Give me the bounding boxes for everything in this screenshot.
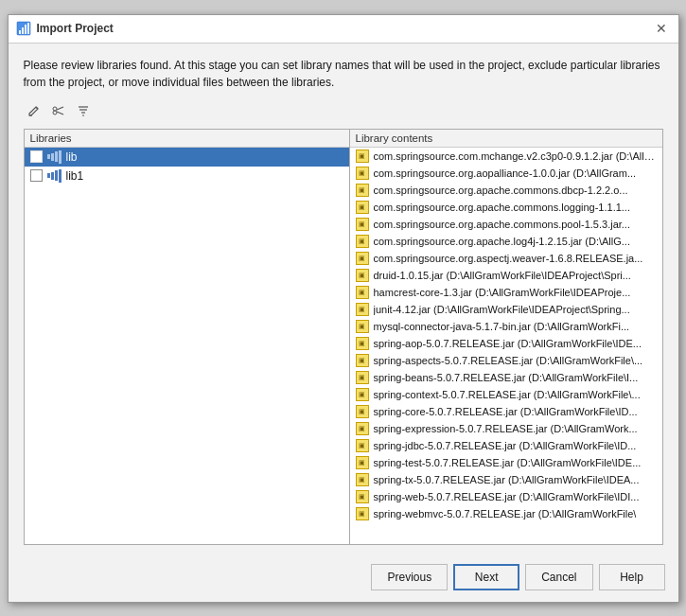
- contents-header: Library contents: [350, 130, 662, 148]
- jar-item[interactable]: ▣com.springsource.org.apache.commons.dbc…: [350, 182, 662, 199]
- dialog-title: Import Project: [37, 22, 652, 35]
- panels: Libraries ✓ lib: [24, 129, 663, 545]
- jar-icon: ▣: [356, 184, 369, 197]
- jar-icon: ▣: [356, 303, 369, 316]
- jar-item[interactable]: ▣com.springsource.org.aopalliance-1.0.0.…: [350, 165, 662, 182]
- jar-item[interactable]: ▣druid-1.0.15.jar (D:\AllGramWorkFile\ID…: [350, 267, 662, 284]
- jar-name: hamcrest-core-1.3.jar (D:\AllGramWorkFil…: [374, 287, 631, 298]
- jar-icon: ▣: [356, 388, 369, 401]
- remove-library-button[interactable]: [48, 100, 69, 121]
- previous-button[interactable]: Previous: [371, 564, 448, 590]
- bar-chart-icon-lib1: [47, 169, 62, 183]
- jar-icon: ▣: [356, 235, 369, 248]
- jar-name: com.springsource.org.apache.commons.dbcp…: [374, 185, 628, 196]
- jar-icon: ▣: [356, 456, 369, 469]
- contents-panel: Library contents ▣com.springsource.com.m…: [350, 129, 663, 545]
- svg-point-7: [53, 111, 57, 114]
- jar-item[interactable]: ▣com.springsource.org.apache.log4j-1.2.1…: [350, 233, 662, 250]
- help-button[interactable]: Help: [599, 564, 665, 590]
- jar-item[interactable]: ▣spring-test-5.0.7.RELEASE.jar (D:\AllGr…: [350, 454, 662, 471]
- jar-item[interactable]: ▣spring-expression-5.0.7.RELEASE.jar (D:…: [350, 420, 662, 437]
- jar-name: spring-aspects-5.0.7.RELEASE.jar (D:\All…: [374, 355, 643, 366]
- jar-name: com.springsource.org.apache.commons.logg…: [374, 202, 630, 213]
- jar-item[interactable]: ▣spring-aspects-5.0.7.RELEASE.jar (D:\Al…: [350, 352, 662, 369]
- jar-name: spring-core-5.0.7.RELEASE.jar (D:\AllGra…: [374, 406, 638, 417]
- jar-name: spring-context-5.0.7.RELEASE.jar (D:\All…: [374, 389, 641, 400]
- jar-item[interactable]: ▣junit-4.12.jar (D:\AllGramWorkFile\IDEA…: [350, 301, 662, 318]
- jar-icon: ▣: [356, 422, 369, 435]
- lib-checkbox[interactable]: ✓: [30, 150, 43, 163]
- jar-icon: ▣: [356, 269, 369, 282]
- jar-icon: ▣: [356, 286, 369, 299]
- svg-rect-4: [27, 23, 29, 34]
- libraries-panel: Libraries ✓ lib: [24, 129, 350, 545]
- svg-rect-3: [25, 25, 26, 34]
- jar-item[interactable]: ▣spring-web-5.0.7.RELEASE.jar (D:\AllGra…: [350, 488, 662, 505]
- jar-icon: ▣: [356, 320, 369, 333]
- jar-icon: ▣: [356, 405, 369, 418]
- jar-name: spring-beans-5.0.7.RELEASE.jar (D:\AllGr…: [374, 372, 639, 383]
- title-bar: Import Project ✕: [9, 15, 678, 44]
- jar-name: com.springsource.org.aopalliance-1.0.0.j…: [374, 167, 637, 179]
- lib1-checkbox[interactable]: [30, 169, 43, 182]
- jar-name: com.springsource.org.aspectj.weaver-1.6.…: [374, 253, 643, 264]
- svg-rect-1: [19, 30, 21, 34]
- close-button[interactable]: ✕: [652, 19, 671, 38]
- bar-chart-icon: [47, 150, 62, 164]
- jar-name: junit-4.12.jar (D:\AllGramWorkFile\IDEAP…: [374, 304, 630, 315]
- filter-icon: [77, 104, 90, 117]
- jar-item[interactable]: ▣spring-webmvc-5.0.7.RELEASE.jar (D:\All…: [350, 505, 662, 522]
- jar-name: spring-expression-5.0.7.RELEASE.jar (D:\…: [374, 423, 638, 434]
- jar-item[interactable]: ▣spring-tx-5.0.7.RELEASE.jar (D:\AllGram…: [350, 471, 662, 488]
- next-button[interactable]: Next: [453, 564, 519, 590]
- jar-item[interactable]: ▣spring-context-5.0.7.RELEASE.jar (D:\Al…: [350, 386, 662, 403]
- jar-icon: ▣: [356, 150, 369, 163]
- jar-item[interactable]: ▣spring-aop-5.0.7.RELEASE.jar (D:\AllGra…: [350, 335, 662, 352]
- jar-item[interactable]: ▣com.springsource.org.apache.commons.poo…: [350, 216, 662, 233]
- library-item-lib1[interactable]: lib1: [25, 167, 349, 185]
- jar-icon: ▣: [356, 507, 369, 520]
- edit-library-button[interactable]: [24, 100, 44, 121]
- jar-name: spring-webmvc-5.0.7.RELEASE.jar (D:\AllG…: [374, 508, 637, 519]
- jar-item[interactable]: ▣com.springsource.org.aspectj.weaver-1.6…: [350, 250, 662, 267]
- description-text: Please review libraries found. At this s…: [24, 57, 663, 91]
- jar-item[interactable]: ▣spring-jdbc-5.0.7.RELEASE.jar (D:\AllGr…: [350, 437, 662, 454]
- jar-icon: ▣: [356, 201, 369, 214]
- jar-name: spring-aop-5.0.7.RELEASE.jar (D:\AllGram…: [374, 338, 642, 349]
- jar-name: druid-1.0.15.jar (D:\AllGramWorkFile\IDE…: [374, 270, 631, 281]
- libraries-header: Libraries: [25, 130, 349, 148]
- jar-name: spring-test-5.0.7.RELEASE.jar (D:\AllGra…: [374, 457, 642, 468]
- lib1-name: lib1: [66, 169, 84, 183]
- jar-icon: ▣: [356, 439, 369, 452]
- pencil-icon: [27, 104, 41, 117]
- contents-list: ▣com.springsource.com.mchange.v2.c3p0-0.…: [350, 148, 662, 544]
- jar-icon: ▣: [356, 167, 369, 180]
- dialog-body: Please review libraries found. At this s…: [9, 44, 678, 554]
- jar-item[interactable]: ▣hamcrest-core-1.3.jar (D:\AllGramWorkFi…: [350, 284, 662, 301]
- jar-name: mysql-connector-java-5.1.7-bin.jar (D:\A…: [374, 321, 630, 332]
- jar-item[interactable]: ▣com.springsource.com.mchange.v2.c3p0-0.…: [350, 148, 662, 165]
- toolbar: [24, 100, 663, 121]
- jar-icon: ▣: [356, 337, 369, 350]
- jar-item[interactable]: ▣com.springsource.org.apache.commons.log…: [350, 199, 662, 216]
- jar-icon: ▣: [356, 490, 369, 503]
- jar-name: spring-web-5.0.7.RELEASE.jar (D:\AllGram…: [374, 491, 640, 502]
- scissors-icon: [52, 104, 65, 117]
- jar-item[interactable]: ▣spring-beans-5.0.7.RELEASE.jar (D:\AllG…: [350, 369, 662, 386]
- dialog-footer: Previous Next Cancel Help: [9, 554, 678, 602]
- jar-item[interactable]: ▣mysql-connector-java-5.1.7-bin.jar (D:\…: [350, 318, 662, 335]
- jar-name: spring-jdbc-5.0.7.RELEASE.jar (D:\AllGra…: [374, 440, 637, 451]
- lib-name: lib: [66, 150, 78, 164]
- library-item-lib[interactable]: ✓ lib: [25, 148, 349, 167]
- jar-name: com.springsource.org.apache.log4j-1.2.15…: [374, 236, 630, 247]
- move-button[interactable]: [73, 100, 94, 121]
- svg-line-8: [57, 107, 63, 110]
- jar-item[interactable]: ▣spring-core-5.0.7.RELEASE.jar (D:\AllGr…: [350, 403, 662, 420]
- jar-name: com.springsource.com.mchange.v2.c3p0-0.9…: [374, 150, 657, 162]
- libraries-list: ✓ lib: [25, 148, 349, 544]
- jar-icon: ▣: [356, 371, 369, 384]
- jar-icon: ▣: [356, 218, 369, 231]
- cancel-button[interactable]: Cancel: [525, 564, 592, 590]
- import-project-dialog: Import Project ✕ Please review libraries…: [8, 14, 679, 603]
- jar-name: spring-tx-5.0.7.RELEASE.jar (D:\AllGramW…: [374, 474, 640, 485]
